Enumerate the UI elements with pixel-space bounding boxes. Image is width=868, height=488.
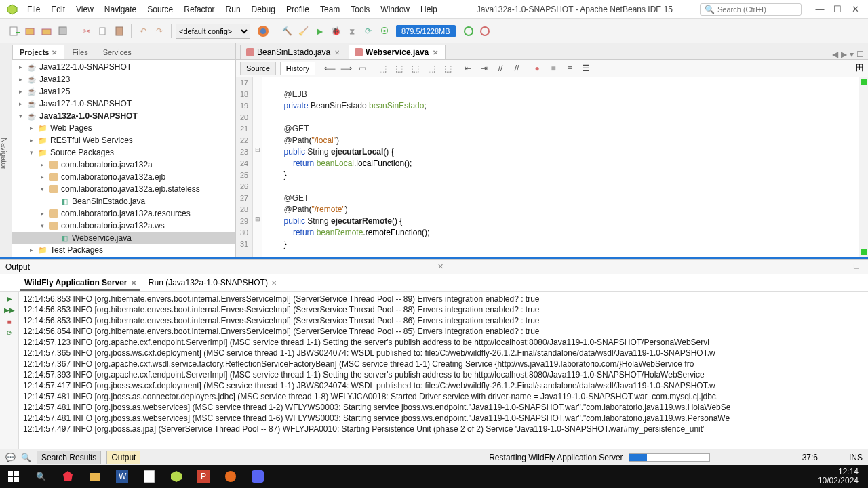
panel-tab-projects[interactable]: Projects✕	[12, 45, 64, 59]
menu-edit[interactable]: Edit	[45, 2, 71, 17]
out-stop-icon[interactable]: ■	[7, 318, 11, 325]
stop-button[interactable]: ⦿	[377, 24, 392, 39]
tree-caret-icon[interactable]: ▾	[27, 149, 35, 156]
tree-item[interactable]: ▾com.laboratorio.java132a.ejb.stateless	[12, 183, 235, 195]
tab-next-button[interactable]: ▶	[841, 49, 847, 59]
close-icon[interactable]: ✕	[52, 49, 57, 56]
cut-button[interactable]: ✂	[79, 24, 94, 39]
memory-indicator[interactable]: 879.5/1228MB	[396, 25, 456, 37]
tab-close-icon[interactable]: ✕	[333, 49, 341, 56]
rerun-all-icon[interactable]: ▶▶	[4, 306, 15, 314]
search-taskbar-icon[interactable]: 🔍	[31, 467, 50, 486]
tree-item[interactable]: ▸com.laboratorio.java132a.ejb	[12, 171, 235, 183]
attach-button[interactable]: ⟳	[361, 24, 376, 39]
fold-column[interactable]: ⊟⊟	[253, 77, 262, 257]
search-results-icon[interactable]: 🔍	[21, 453, 31, 462]
menu-source[interactable]: Source	[142, 2, 178, 17]
split-icon[interactable]: 田	[856, 62, 864, 74]
clean-build-button[interactable]: 🧹	[296, 24, 311, 39]
tree-item[interactable]: ▸☕Java127-1.0-SNAPSHOT	[12, 98, 235, 110]
copy-button[interactable]	[96, 24, 111, 39]
tree-caret-icon[interactable]: ▸	[38, 174, 46, 180]
notepad-icon[interactable]	[140, 467, 159, 486]
notifications-icon[interactable]: 💬	[5, 453, 16, 462]
find-prev-icon[interactable]: ⬚	[376, 62, 389, 75]
line-gutter[interactable]: 171819202122232425262728293031	[236, 77, 253, 257]
minimize-button[interactable]: —	[815, 4, 825, 14]
out-refresh-icon[interactable]: ⟳	[7, 329, 12, 337]
prev-bm-icon[interactable]: ⬚	[425, 62, 437, 75]
output-close-icon[interactable]: ✕	[435, 262, 446, 271]
code-editor[interactable]: @EJB private BeanSinEstado beanSinEstado…	[262, 77, 859, 257]
menu-file[interactable]: File	[22, 2, 45, 17]
word-icon[interactable]: W	[113, 467, 132, 486]
tab-list-button[interactable]: ▾	[850, 49, 854, 59]
netbeans-taskbar-icon[interactable]	[167, 467, 186, 486]
nav-fwd-icon[interactable]: ⟹	[340, 62, 352, 75]
menu-navigate[interactable]: Navigate	[99, 2, 142, 17]
find-next-icon[interactable]: ⬚	[393, 62, 405, 75]
system-clock[interactable]: 12:14 10/02/2024	[818, 468, 864, 485]
tree-item[interactable]: ▸📁Test Packages	[12, 244, 235, 256]
search-results-button[interactable]: Search Results	[37, 451, 101, 464]
undo-button[interactable]: ↶	[136, 24, 151, 39]
comment-icon[interactable]: //	[494, 62, 507, 75]
output-max-icon[interactable]: ☐	[850, 262, 863, 271]
firefox-icon[interactable]	[256, 24, 271, 39]
tree-caret-icon[interactable]: ▸	[38, 210, 46, 217]
rerun-icon[interactable]: ▶	[7, 295, 12, 302]
menu-tools[interactable]: Tools	[345, 2, 375, 17]
tree-item[interactable]: ▾📁Source Packages	[12, 146, 235, 159]
open-project-button[interactable]	[39, 24, 54, 39]
new-file-button[interactable]: +	[7, 24, 22, 39]
tree-caret-icon[interactable]: ▸	[27, 125, 35, 131]
discord-icon[interactable]	[248, 467, 267, 486]
tree-caret-icon[interactable]: ▸	[27, 137, 35, 144]
build-button[interactable]: 🔨	[279, 24, 294, 39]
menu-profile[interactable]: Profile	[281, 2, 315, 17]
explorer-icon[interactable]	[85, 467, 104, 486]
tab-max-button[interactable]: ☐	[856, 49, 864, 59]
uncomment-icon[interactable]: //	[511, 62, 523, 75]
maximize-button[interactable]: ☐	[833, 4, 842, 14]
error-stripe[interactable]	[859, 77, 868, 257]
editor-tab[interactable]: Webservice.java✕	[349, 45, 446, 59]
editor-tab[interactable]: BeanSinEstado.java✕	[240, 45, 347, 59]
nav-back-icon[interactable]: ⟸	[323, 62, 336, 75]
tree-caret-icon[interactable]: ▸	[16, 64, 24, 70]
tree-item[interactable]: ◧BeanSinEstado.java	[12, 195, 235, 207]
menu-team[interactable]: Team	[315, 2, 345, 17]
tab-prev-button[interactable]: ◀	[832, 49, 838, 59]
redo-button[interactable]: ↷	[152, 24, 167, 39]
source-mode-button[interactable]: Source	[240, 62, 276, 75]
menu-run[interactable]: Run	[220, 2, 246, 17]
shift-left-icon[interactable]: ⇤	[462, 62, 474, 75]
format-icon[interactable]: ≡	[564, 62, 576, 75]
tree-item[interactable]: ▸📁Web Pages	[12, 122, 235, 134]
firefox-taskbar-icon[interactable]	[221, 467, 240, 486]
gc-button-2[interactable]	[477, 24, 492, 39]
record-macro-icon[interactable]: ●	[531, 62, 543, 75]
output-button[interactable]: Output	[106, 451, 140, 464]
menu-refactor[interactable]: Refactor	[178, 2, 220, 17]
tree-item[interactable]: ▾☕Java132a-1.0-SNAPSHOT	[12, 110, 235, 122]
brave-icon[interactable]	[58, 467, 77, 486]
tree-item[interactable]: ▸com.laboratorio.java132a.resources	[12, 207, 235, 220]
new-project-button[interactable]	[23, 24, 38, 39]
tree-item[interactable]: ▾com.laboratorio.java132a.ws	[12, 220, 235, 232]
tree-caret-icon[interactable]: ▸	[38, 161, 46, 168]
output-log[interactable]: 12:14:56,853 INFO [org.hibernate.envers.…	[19, 292, 868, 449]
tree-item[interactable]: ▸☕Java125	[12, 85, 235, 98]
tree-item[interactable]: ▸☕Java123	[12, 73, 235, 85]
panel-tab-services[interactable]: Services	[96, 45, 139, 59]
tree-caret-icon[interactable]: ▸	[16, 76, 24, 83]
close-button[interactable]: ✕	[850, 4, 860, 14]
gc-button-1[interactable]	[461, 24, 476, 39]
panel-minimize-icon[interactable]: —	[224, 52, 231, 59]
menu-view[interactable]: View	[71, 2, 99, 17]
menu-help[interactable]: Help	[415, 2, 443, 17]
run-button[interactable]: ▶	[312, 24, 327, 39]
menu-debug[interactable]: Debug	[246, 2, 281, 17]
tab-close-icon[interactable]: ✕	[431, 49, 439, 56]
tree-caret-icon[interactable]: ▾	[16, 113, 24, 119]
